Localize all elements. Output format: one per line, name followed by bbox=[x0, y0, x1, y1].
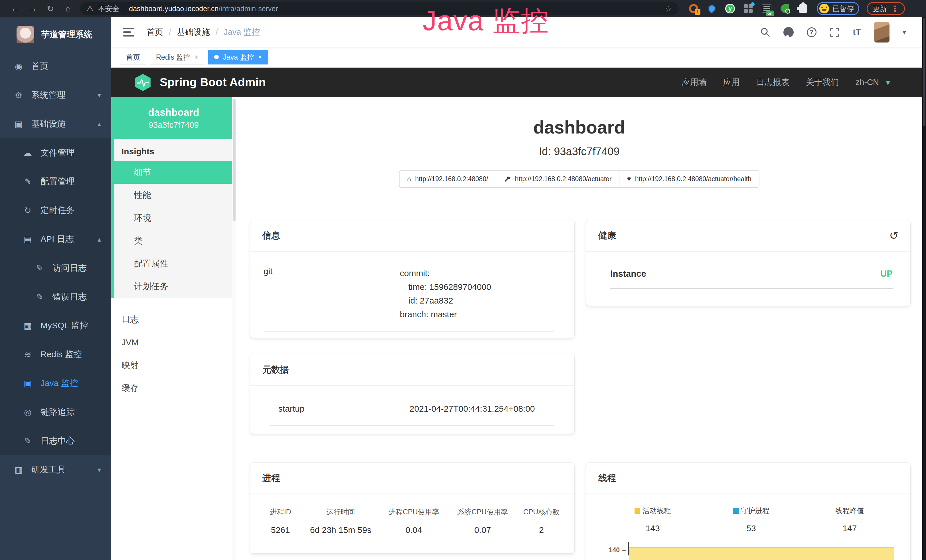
browser-home-icon[interactable]: ⌂ bbox=[59, 4, 77, 14]
service-url-button[interactable]: ⌂ http://192.168.0.2:48080/ bbox=[399, 170, 496, 188]
log-icon: ▤ bbox=[22, 234, 34, 244]
forward-icon[interactable]: → bbox=[24, 4, 42, 14]
extension-colorzilla-icon[interactable]: 1 bbox=[688, 3, 699, 14]
page-title: dashboard bbox=[236, 117, 922, 138]
chart-y-axis: 140 120 100 bbox=[601, 542, 628, 560]
menu-item-scheduled-tasks[interactable]: 计划任务 bbox=[114, 275, 236, 298]
sidebar-item-file-management[interactable]: ☁ 文件管理 bbox=[0, 138, 111, 167]
menu-item-jvm[interactable]: JVM bbox=[111, 331, 236, 354]
extension-grid-icon[interactable] bbox=[743, 3, 754, 14]
sba-nav-about[interactable]: 关于我们 bbox=[806, 77, 839, 88]
menu-item-classes[interactable]: 类 bbox=[114, 229, 236, 252]
collapse-sidebar-icon[interactable] bbox=[123, 28, 134, 36]
health-instance-row[interactable]: Instance UP bbox=[586, 251, 910, 279]
breadcrumb-current: Java 监控 bbox=[224, 27, 260, 38]
extension-pin-icon[interactable] bbox=[707, 3, 717, 14]
instance-id: 93a3fc7f7409 bbox=[148, 120, 199, 130]
sidebar-item-scheduled-tasks[interactable]: ↻ 定时任务 bbox=[0, 196, 111, 225]
search-icon[interactable] bbox=[760, 27, 770, 37]
extension-switch-on-icon[interactable]: on bbox=[761, 3, 772, 14]
sba-nav-wallboard[interactable]: 应用墙 bbox=[682, 77, 707, 88]
font-size-icon[interactable]: tT bbox=[853, 28, 861, 37]
briefcase-icon: ▥ bbox=[12, 465, 24, 475]
address-divider bbox=[124, 5, 124, 12]
profile-chip[interactable]: 已暂停 bbox=[817, 2, 859, 15]
process-card: 进程 进程ID 运行时间 进程CPU使用率 系统CPU使用率 CPU核心数 52… bbox=[250, 463, 574, 554]
breadcrumb-infrastructure[interactable]: 基础设施 bbox=[177, 27, 210, 38]
extension-y-icon[interactable]: y bbox=[725, 3, 735, 14]
github-icon[interactable] bbox=[784, 27, 794, 37]
sba-nav-journal[interactable]: 日志报表 bbox=[756, 77, 790, 88]
sidebar-item-api-logs[interactable]: ▤ API 日志 ▴ bbox=[0, 225, 111, 254]
process-cpu-usage: 0.04 bbox=[379, 525, 448, 535]
sidebar-item-dev-tools[interactable]: ▥ 研发工具 ▾ bbox=[0, 455, 111, 484]
instance-header[interactable]: dashboard 93a3fc7f7409 bbox=[111, 97, 236, 139]
breadcrumb: 首页 / 基础设施 / Java 监控 bbox=[147, 27, 260, 38]
actuator-url-button[interactable]: http://192.168.0.2:48080/actuator bbox=[496, 170, 620, 188]
sidebar-item-java-monitor[interactable]: ▣ Java 监控 bbox=[0, 369, 111, 398]
menu-item-mappings[interactable]: 映射 bbox=[111, 354, 236, 377]
sidebar-item-redis-monitor[interactable]: ≋ Redis 监控 bbox=[0, 340, 111, 369]
tab-redis-monitor[interactable]: Redis 监控 × bbox=[150, 50, 204, 65]
sidebar-scrollbar[interactable] bbox=[232, 97, 236, 560]
history-icon[interactable]: ↺ bbox=[889, 229, 898, 242]
not-secure-label: 不安全 bbox=[98, 4, 119, 14]
info-value: commit: time: 1596289704000 id: 27aa832 … bbox=[400, 266, 491, 321]
address-bar[interactable]: ⚠ 不安全 dashboard.yudao.iocoder.cn/infra/a… bbox=[80, 2, 679, 15]
back-icon[interactable]: ← bbox=[6, 4, 24, 14]
health-card-title: 健康 bbox=[598, 230, 616, 242]
sidebar-item-trace[interactable]: ◎ 链路追踪 bbox=[0, 398, 111, 427]
sidebar-item-error-logs[interactable]: ✎ 错误日志 bbox=[0, 282, 111, 311]
spring-boot-admin-logo-icon bbox=[134, 74, 152, 91]
metadata-card: 元数据 startup 2021-04-27T00:44:31.254+08:0… bbox=[250, 354, 574, 434]
tab-home[interactable]: 首页 bbox=[120, 50, 146, 65]
health-url-button[interactable]: ♥ http://192.168.0.2:48080/actuator/heal… bbox=[619, 170, 759, 188]
info-card-title: 信息 bbox=[250, 220, 574, 251]
home-icon: ⌂ bbox=[407, 175, 411, 183]
menu-item-caches[interactable]: 缓存 bbox=[111, 377, 236, 400]
sidebar-item-mysql-monitor[interactable]: ▦ MySQL 监控 bbox=[0, 311, 111, 340]
browser-menu-icon[interactable]: ⋮ bbox=[891, 4, 899, 14]
process-header-row: 进程ID 运行时间 进程CPU使用率 系统CPU使用率 CPU核心数 bbox=[259, 507, 566, 517]
chevron-up-icon: ▴ bbox=[98, 120, 101, 128]
page-scrollbar[interactable] bbox=[922, 17, 926, 560]
not-secure-warning-icon: ⚠ bbox=[87, 4, 93, 13]
chrome-update-button[interactable]: 更新 ⋮ bbox=[867, 2, 905, 15]
close-icon[interactable]: × bbox=[195, 53, 198, 61]
row-divider bbox=[263, 331, 554, 331]
user-menu-caret-icon[interactable]: ▾ bbox=[903, 28, 906, 36]
sba-header: Spring Boot Admin 应用墙 应用 日志报表 关于我们 zh-CN… bbox=[111, 68, 926, 97]
sidebar-item-infrastructure[interactable]: ▣ 基础设施 ▴ bbox=[0, 109, 111, 138]
menu-item-metrics[interactable]: 性能 bbox=[114, 184, 236, 207]
chevron-down-icon: ▾ bbox=[98, 91, 101, 99]
sidebar-item-log-center[interactable]: ✎ 日志中心 bbox=[0, 427, 111, 455]
breadcrumb-home[interactable]: 首页 bbox=[147, 27, 163, 38]
sba-brand-title[interactable]: Spring Boot Admin bbox=[160, 76, 266, 89]
sidebar-item-access-logs[interactable]: ✎ 访问日志 bbox=[0, 254, 111, 282]
close-icon[interactable]: × bbox=[258, 53, 262, 61]
sidebar-item-system-management[interactable]: ⚙ 系统管理 ▾ bbox=[0, 81, 111, 109]
extensions-puzzle-icon[interactable] bbox=[798, 3, 808, 14]
fullscreen-icon[interactable] bbox=[830, 27, 840, 37]
menu-item-logs[interactable]: 日志 bbox=[111, 308, 236, 331]
health-card: 健康 ↺ Instance UP bbox=[586, 220, 910, 306]
sidebar-item-home[interactable]: ◉ 首页 bbox=[0, 52, 111, 81]
user-avatar[interactable] bbox=[874, 22, 890, 42]
sba-nav-applications[interactable]: 应用 bbox=[723, 77, 740, 88]
health-status-badge: UP bbox=[881, 269, 893, 279]
reload-icon[interactable]: ↻ bbox=[42, 4, 59, 14]
menu-item-details[interactable]: 细节 bbox=[114, 161, 236, 184]
mysql-monitor-icon: ▦ bbox=[22, 321, 34, 331]
language-caret-icon[interactable]: ▾ bbox=[886, 77, 890, 87]
menu-item-environment[interactable]: 环境 bbox=[114, 207, 236, 229]
menu-item-config-props[interactable]: 配置属性 bbox=[114, 252, 236, 275]
app-logo-row[interactable]: 芋道管理系统 bbox=[0, 17, 111, 52]
help-icon[interactable]: ? bbox=[807, 27, 817, 37]
extension-leaf-icon[interactable] bbox=[780, 3, 790, 14]
bookmark-star-icon[interactable]: ☆ bbox=[665, 4, 672, 14]
sba-nav-language[interactable]: zh-CN bbox=[856, 77, 879, 87]
sidebar-item-config-management[interactable]: ✎ 配置管理 bbox=[0, 167, 111, 196]
tab-java-monitor[interactable]: Java 监控 × bbox=[208, 50, 268, 65]
chevron-up-icon: ▴ bbox=[98, 235, 101, 243]
admin-navbar: 首页 / 基础设施 / Java 监控 ? tT ▾ bbox=[111, 17, 926, 47]
